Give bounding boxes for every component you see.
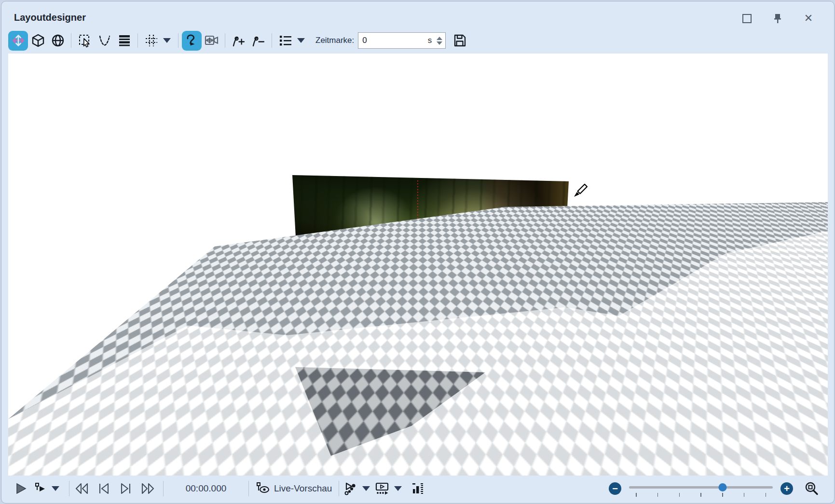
corner-handle-top-right[interactable] xyxy=(447,225,459,237)
next-frame-button[interactable] xyxy=(119,482,132,495)
save-icon xyxy=(452,33,467,48)
zeitmarke-label: Zeitmarke: xyxy=(315,36,354,45)
corner-handle-bottom-right[interactable] xyxy=(446,307,458,319)
fast-forward-button[interactable] xyxy=(140,482,155,495)
move-tool-button[interactable] xyxy=(8,31,28,51)
edge-handle-right[interactable] xyxy=(447,266,459,278)
layer-order-icon xyxy=(117,33,132,48)
statistics-button[interactable] xyxy=(411,482,424,495)
zoom-slider-track[interactable] xyxy=(629,486,773,489)
select-rectangle-icon xyxy=(78,33,92,48)
camera-move-tool-button[interactable] xyxy=(202,31,221,51)
add-keyframe-icon xyxy=(232,33,246,48)
live-preview-label[interactable]: Live-Vorschau xyxy=(274,483,332,494)
layout-canvas[interactable]: + + Y X Z Text xyxy=(8,54,828,476)
render-options-dropdown[interactable] xyxy=(394,486,402,491)
play-button[interactable] xyxy=(14,482,27,495)
zeitmarke-value[interactable]: 0 xyxy=(362,36,428,45)
playback-toolbar: 00:00.000 Live-Vorschau xyxy=(8,477,828,501)
smooth-curve-tool-button[interactable] xyxy=(182,31,202,51)
zoom-out-button[interactable]: − xyxy=(609,482,621,495)
globe-tool-button[interactable] xyxy=(48,31,68,51)
grid-dropdown[interactable] xyxy=(163,38,171,43)
brush-cursor-icon xyxy=(572,182,589,199)
pin-icon xyxy=(773,13,782,24)
layer-order-tool-button[interactable] xyxy=(114,31,134,51)
add-keyframe-button[interactable] xyxy=(229,31,248,51)
rotation-handle[interactable]: + xyxy=(418,252,430,264)
play-options-dropdown[interactable] xyxy=(52,486,59,491)
cube-tool-button[interactable] xyxy=(28,31,48,51)
corner-handle-bottom-left[interactable] xyxy=(332,349,344,361)
spinner-down-icon[interactable] xyxy=(437,41,442,45)
grid-tool-button[interactable] xyxy=(141,31,161,51)
zeitmarke-spinner[interactable] xyxy=(436,36,443,46)
play-from-timemark-icon xyxy=(34,482,47,495)
bottom-separator xyxy=(248,481,249,496)
zoom-slider[interactable] xyxy=(629,480,773,497)
bottom-separator xyxy=(339,481,339,496)
preview-render-button[interactable] xyxy=(375,482,389,495)
zeitmarke-unit: s xyxy=(428,36,432,45)
select-tool-button[interactable] xyxy=(75,31,95,51)
move-icon xyxy=(11,33,26,48)
maximize-button[interactable] xyxy=(740,12,753,25)
remove-keyframe-button[interactable] xyxy=(248,31,268,51)
spinner-up-icon[interactable] xyxy=(437,37,442,40)
bottom-separator xyxy=(163,481,164,496)
keyframe-list-button[interactable] xyxy=(275,31,295,51)
smooth-curve-icon xyxy=(184,33,200,48)
maximize-icon xyxy=(742,14,752,23)
zoom-slider-thumb[interactable] xyxy=(718,483,726,491)
toolbar-separator xyxy=(178,33,178,48)
toolbar-separator xyxy=(272,33,272,48)
layoutdesigner-window: Layoutdesigner ✕ xyxy=(1,1,835,504)
toolbar-separator xyxy=(71,33,71,48)
motion-path-dropdown[interactable] xyxy=(362,486,370,491)
axis-z-handle[interactable]: Z xyxy=(412,286,423,297)
timecode-display: 00:00.000 xyxy=(181,483,231,494)
remove-keyframe-icon xyxy=(251,33,266,48)
live-preview-icon xyxy=(256,482,270,495)
live-preview-button[interactable] xyxy=(256,482,270,495)
play-icon xyxy=(14,482,27,495)
grid-icon xyxy=(144,33,159,48)
motion-path-button[interactable] xyxy=(344,482,357,495)
close-icon: ✕ xyxy=(804,12,813,25)
curve-select-icon xyxy=(97,33,112,48)
zoom-in-button[interactable]: + xyxy=(780,482,793,495)
rewind-icon xyxy=(74,482,90,495)
close-button[interactable]: ✕ xyxy=(802,12,815,25)
motion-path-icon xyxy=(344,482,357,495)
rewind-button[interactable] xyxy=(74,482,90,495)
toolbar-separator xyxy=(225,33,225,48)
zoom-fit-icon xyxy=(804,481,819,496)
camera-move-icon xyxy=(204,33,219,48)
keyframe-list-dropdown[interactable] xyxy=(297,38,305,43)
cube-3d-icon xyxy=(31,33,45,48)
previous-frame-button[interactable] xyxy=(97,482,111,495)
canvas-zoom-control: − + xyxy=(609,480,819,497)
edge-handle-top[interactable] xyxy=(393,236,405,248)
play-from-timemark-button[interactable] xyxy=(34,482,47,495)
previous-frame-icon xyxy=(97,482,111,495)
zeitmarke-input[interactable]: 0 s xyxy=(358,32,446,49)
zoom-slider-ticks xyxy=(636,493,766,497)
preview-render-icon xyxy=(375,482,389,495)
statistics-icon xyxy=(411,482,424,495)
next-frame-icon xyxy=(119,482,132,495)
window-title: Layoutdesigner xyxy=(14,12,86,23)
toolbar-separator xyxy=(137,33,138,48)
keyframe-list-icon xyxy=(278,33,293,48)
globe-icon xyxy=(51,33,65,48)
pin-button[interactable] xyxy=(771,12,784,25)
bottom-separator xyxy=(69,481,69,496)
edge-handle-left[interactable] xyxy=(331,302,343,314)
axis-y-handle[interactable]: Y xyxy=(394,258,405,269)
zoom-fit-button[interactable] xyxy=(804,481,819,496)
main-toolbar: Zeitmarke: 0 s xyxy=(8,29,469,52)
curve-select-tool-button[interactable] xyxy=(95,31,114,51)
save-button[interactable] xyxy=(450,31,469,51)
center-handle[interactable]: + xyxy=(393,282,405,294)
edge-handle-bottom[interactable] xyxy=(394,327,406,339)
